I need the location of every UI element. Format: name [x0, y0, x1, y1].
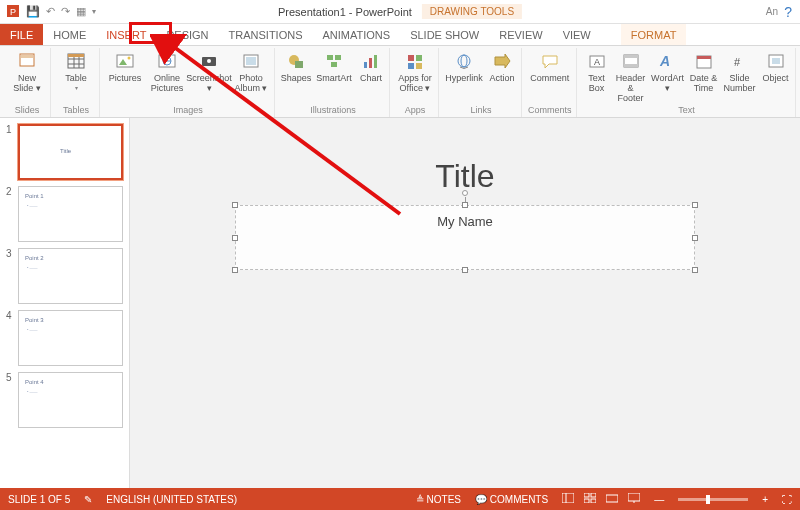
tab-file[interactable]: FILE [0, 24, 43, 45]
hyperlink-button[interactable]: Hyperlink [445, 50, 483, 104]
online-pictures-button[interactable]: Online Pictures [148, 50, 186, 104]
tab-animations[interactable]: ANIMATIONS [313, 24, 401, 45]
zoom-out-button[interactable]: — [654, 494, 664, 505]
tab-review[interactable]: REVIEW [489, 24, 552, 45]
undo-icon[interactable]: ↶ [46, 5, 55, 18]
view-controls [562, 493, 640, 505]
group-label-slides: Slides [15, 105, 40, 115]
action-icon [491, 50, 513, 72]
chart-icon [360, 50, 382, 72]
date-time-icon [693, 50, 715, 72]
redo-icon[interactable]: ↷ [61, 5, 70, 18]
svg-rect-54 [591, 493, 596, 497]
thumbnail-slide-2[interactable]: 2 Point 1• —— [0, 180, 129, 242]
chart-button[interactable]: Chart [357, 50, 385, 104]
screenshot-button[interactable]: Screenshot ▾ [190, 50, 228, 104]
resize-handle-tc[interactable] [462, 202, 468, 208]
selected-text-box[interactable]: My Name [235, 205, 695, 270]
svg-rect-42 [697, 56, 711, 59]
group-slides: New Slide ▾ Slides [4, 48, 51, 117]
smartart-button[interactable]: SmartArt [315, 50, 353, 104]
group-label-illustrations: Illustrations [310, 105, 356, 115]
tab-insert[interactable]: INSERT [96, 24, 156, 45]
wordart-button[interactable]: AWordArt ▾ [651, 50, 685, 104]
svg-rect-45 [772, 58, 780, 64]
resize-handle-br[interactable] [692, 267, 698, 273]
new-slide-button[interactable]: New Slide ▾ [8, 50, 46, 104]
fit-to-window-button[interactable]: ⛶ [782, 494, 792, 505]
ribbon: New Slide ▾ Slides Table▾ Tables Picture… [0, 46, 800, 118]
slide-counter[interactable]: SLIDE 1 OF 5 [8, 494, 70, 505]
svg-text:A: A [659, 53, 670, 69]
tab-design[interactable]: DESIGN [156, 24, 218, 45]
resize-handle-tl[interactable] [232, 202, 238, 208]
zoom-slider[interactable] [678, 498, 748, 501]
language-status[interactable]: ENGLISH (UNITED STATES) [106, 494, 237, 505]
truncated-text: An [766, 6, 778, 17]
apps-for-office-button[interactable]: Apps for Office ▾ [396, 50, 434, 104]
help-icon[interactable]: ? [784, 4, 792, 20]
object-icon [765, 50, 787, 72]
svg-rect-31 [416, 63, 422, 69]
save-icon[interactable]: 💾 [26, 5, 40, 18]
photo-album-button[interactable]: Photo Album ▾ [232, 50, 270, 104]
thumbnail-slide-1[interactable]: 1 Title [0, 118, 129, 180]
zoom-in-button[interactable]: + [762, 494, 768, 505]
shapes-icon [285, 50, 307, 72]
shapes-button[interactable]: Shapes [281, 50, 311, 104]
text-box-content[interactable]: My Name [236, 206, 694, 269]
svg-rect-26 [369, 58, 372, 68]
slideshow-view-icon[interactable] [628, 493, 640, 505]
svg-rect-3 [21, 55, 33, 58]
header-footer-button[interactable]: Header & Footer [615, 50, 647, 104]
group-text: AText Box Header & Footer AWordArt ▾ Dat… [579, 48, 796, 117]
quick-access-toolbar: P 💾 ↶ ↷ ▦ ▾ [0, 4, 102, 20]
resize-handle-ml[interactable] [232, 235, 238, 241]
screenshot-icon [198, 50, 220, 72]
start-slideshow-icon[interactable]: ▦ [76, 5, 86, 18]
svg-rect-19 [246, 57, 256, 65]
notes-button[interactable]: ≜ NOTES [416, 494, 461, 505]
table-button[interactable]: Table▾ [57, 50, 95, 104]
tab-view[interactable]: VIEW [553, 24, 601, 45]
comments-button[interactable]: 💬 COMMENTS [475, 494, 548, 505]
comment-icon [539, 50, 561, 72]
group-images: Pictures Online Pictures Screenshot ▾ Ph… [102, 48, 275, 117]
tab-home[interactable]: HOME [43, 24, 96, 45]
photo-album-icon [240, 50, 262, 72]
resize-handle-bl[interactable] [232, 267, 238, 273]
rotation-handle[interactable] [462, 190, 468, 196]
date-time-button[interactable]: Date & Time [689, 50, 719, 104]
thumbnail-slide-3[interactable]: 3 Point 2• —— [0, 242, 129, 304]
resize-handle-tr[interactable] [692, 202, 698, 208]
svg-marker-34 [495, 54, 510, 68]
group-comments: Comment Comments [524, 48, 577, 117]
thumbnail-slide-5[interactable]: 5 Point 4• —— [0, 366, 129, 428]
spell-check-icon[interactable]: ✎ [84, 494, 92, 505]
comment-button[interactable]: Comment [531, 50, 569, 104]
group-apps: Apps for Office ▾ Apps [392, 48, 439, 117]
svg-text:A: A [594, 57, 600, 67]
pictures-button[interactable]: Pictures [106, 50, 144, 104]
powerpoint-icon: P [6, 4, 20, 20]
qat-dropdown-icon[interactable]: ▾ [92, 7, 96, 16]
wordart-icon: A [657, 50, 679, 72]
resize-handle-mr[interactable] [692, 235, 698, 241]
thumbnail-slide-4[interactable]: 4 Point 3• —— [0, 304, 129, 366]
svg-text:#: # [734, 56, 741, 68]
svg-rect-51 [562, 493, 574, 503]
tab-transitions[interactable]: TRANSITIONS [219, 24, 313, 45]
reading-view-icon[interactable] [606, 493, 618, 505]
resize-handle-bc[interactable] [462, 267, 468, 273]
normal-view-icon[interactable] [562, 493, 574, 505]
group-label-images: Images [173, 105, 203, 115]
text-box-button[interactable]: AText Box [583, 50, 611, 104]
slide-sorter-view-icon[interactable] [584, 493, 596, 505]
slide-number-button[interactable]: #Slide Number [723, 50, 757, 104]
action-button[interactable]: Action [487, 50, 517, 104]
tab-slideshow[interactable]: SLIDE SHOW [400, 24, 489, 45]
tab-format[interactable]: FORMAT [621, 24, 687, 45]
svg-rect-24 [331, 62, 337, 67]
object-button[interactable]: Object [761, 50, 791, 104]
slide-edit-area[interactable]: Title My Name [130, 118, 800, 488]
